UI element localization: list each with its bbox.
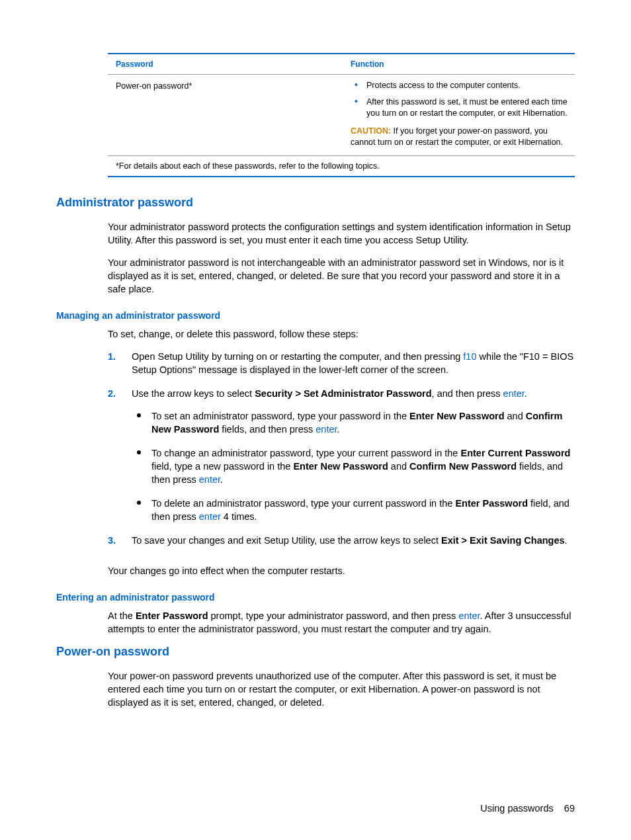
- password-table: Password Function Power-on password* Pro…: [108, 53, 575, 177]
- key-enter: enter: [316, 424, 337, 435]
- paragraph: At the Enter Password prompt, type your …: [56, 609, 575, 636]
- key-enter: enter: [458, 610, 480, 621]
- step-item: Use the arrow keys to select Security > …: [108, 387, 575, 534]
- list-item: To set an administrator password, type y…: [132, 409, 575, 446]
- sub-list: To set an administrator password, type y…: [132, 409, 575, 523]
- heading-managing-admin-password: Managing an administrator password: [56, 310, 575, 321]
- list-item: To delete an administrator password, typ…: [132, 497, 575, 523]
- heading-power-on-password: Power-on password: [56, 645, 575, 659]
- steps-list: Open Setup Utility by turning on or rest…: [56, 350, 575, 558]
- key-f10: f10: [463, 351, 476, 362]
- table-footnote: *For details about each of these passwor…: [108, 156, 575, 176]
- paragraph: Your power-on password prevents unauthor…: [56, 669, 575, 709]
- caution-note: CAUTION: If you forget your power-on pas…: [351, 122, 575, 152]
- list-item: Protects access to the computer contents…: [351, 77, 575, 94]
- list-item: To change an administrator password, typ…: [132, 446, 575, 497]
- key-enter: enter: [199, 511, 221, 522]
- step-item: To save your changes and exit Setup Util…: [108, 534, 575, 558]
- key-enter: enter: [199, 474, 220, 485]
- paragraph: Your changes go into effect when the com…: [56, 564, 575, 577]
- step-item: Open Setup Utility by turning on or rest…: [108, 350, 575, 387]
- paragraph: Your administrator password protects the…: [56, 220, 575, 247]
- table-header-function: Function: [351, 60, 575, 69]
- table-header-password: Password: [116, 60, 351, 69]
- heading-administrator-password: Administrator password: [56, 196, 575, 210]
- function-bullet-list: Protects access to the computer contents…: [351, 77, 575, 122]
- footer-page-number: 69: [564, 803, 575, 814]
- table-cell-password: Power-on password*: [116, 77, 351, 155]
- page-footer: Using passwords 69: [480, 803, 575, 814]
- table-header-row: Password Function: [108, 54, 575, 75]
- key-enter: enter: [503, 388, 525, 399]
- paragraph: Your administrator password is not inter…: [56, 256, 575, 296]
- paragraph: To set, change, or delete this password,…: [56, 327, 575, 341]
- heading-entering-admin-password: Entering an administrator password: [56, 592, 575, 603]
- document-page: Password Function Power-on password* Pro…: [0, 0, 631, 840]
- caution-label: CAUTION:: [351, 126, 391, 136]
- table-row: Power-on password* Protects access to th…: [108, 75, 575, 156]
- list-item: After this password is set, it must be e…: [351, 94, 575, 122]
- table-cell-function: Protects access to the computer contents…: [351, 77, 575, 155]
- footer-section: Using passwords: [480, 803, 553, 814]
